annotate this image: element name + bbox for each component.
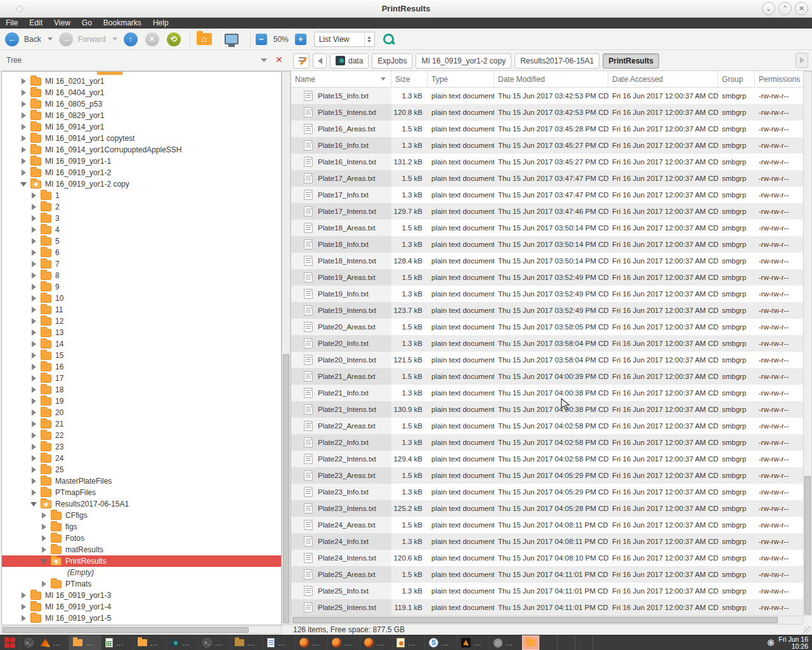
taskbar-window-button[interactable]: ... <box>231 635 263 650</box>
view-mode-select[interactable]: List View <box>314 32 375 47</box>
tree-item[interactable]: 1 <box>2 190 281 201</box>
home-button[interactable] <box>197 33 212 45</box>
breadcrumb-results2017-06-15a1[interactable]: Results2017-06-15A1 <box>514 53 599 69</box>
tree-item[interactable]: 22 <box>2 430 281 441</box>
tree-item[interactable]: 14 <box>2 338 281 350</box>
pinwheel-icon[interactable]: ❋ <box>767 637 775 649</box>
file-row[interactable]: Plate22_Areas.txt1.5 kBplain text docume… <box>291 418 803 434</box>
file-row[interactable]: Plate19_Info.txt1.3 kBplain text documen… <box>291 286 803 302</box>
expand-arrow-icon[interactable] <box>30 397 38 405</box>
expand-arrow-icon[interactable] <box>30 352 38 359</box>
app-menu-button[interactable] <box>0 635 20 650</box>
refresh-button[interactable]: ⟲ <box>167 32 181 46</box>
view-mode-spinner[interactable] <box>364 32 374 46</box>
tree-item[interactable]: 6 <box>2 247 281 258</box>
file-row[interactable]: Plate23_Intens.txt125.2 kBplain text doc… <box>291 500 803 517</box>
tree-item[interactable]: 7 <box>2 258 281 270</box>
expand-arrow-icon[interactable] <box>30 226 38 234</box>
tree-item[interactable]: 15 <box>2 350 281 361</box>
back-history-dropdown-icon[interactable] <box>48 37 53 41</box>
tree-item[interactable]: PrintResults <box>2 555 281 567</box>
file-row[interactable]: Plate16_Intens.txt131.2 kBplain text doc… <box>291 154 803 170</box>
tree-item[interactable]: CFfigs <box>2 510 281 521</box>
zoom-in-button[interactable]: + <box>295 34 306 45</box>
expand-arrow-icon[interactable] <box>30 340 38 348</box>
tree-item[interactable]: MI 16_0914_yor1 <box>2 121 281 133</box>
tree-item[interactable]: Results2017-06-15A1 <box>2 498 281 510</box>
tree-item[interactable]: 10 <box>2 293 281 304</box>
breadcrumb-expjobs[interactable]: ExpJobs <box>372 53 412 69</box>
expand-arrow-icon[interactable] <box>41 512 48 519</box>
tree-item[interactable]: 16 <box>2 361 281 373</box>
file-row[interactable]: Plate24_Intens.txt120.6 kBplain text doc… <box>291 550 803 566</box>
tree-horizontal-scrollbar[interactable] <box>1 626 282 634</box>
file-row[interactable]: Plate17_Intens.txt129.7 kBplain text doc… <box>291 203 803 220</box>
file-row[interactable]: Plate25_Areas.txt1.5 kBplain text docume… <box>291 566 803 583</box>
taskbar-window-button[interactable]: ... <box>296 635 328 650</box>
file-row[interactable]: Plate19_Intens.txt123.7 kBplain text doc… <box>291 302 803 319</box>
breadcrumb-data[interactable]: data <box>330 53 369 69</box>
tree-item[interactable]: MI 16_0914_yor1 copytest <box>2 133 281 144</box>
taskbar-window-button[interactable]: ... <box>328 635 360 650</box>
expand-arrow-icon[interactable] <box>30 295 38 302</box>
file-row[interactable]: Plate20_Areas.txt1.5 kBplain text docume… <box>291 319 803 335</box>
menu-view[interactable]: View <box>48 18 76 29</box>
expand-arrow-icon[interactable] <box>41 580 48 588</box>
tree-item[interactable]: 3 <box>2 213 281 224</box>
tree-item[interactable]: 8 <box>2 270 281 281</box>
maximize-button[interactable]: ⌃ <box>778 2 792 15</box>
forward-history-dropdown-icon[interactable] <box>112 37 117 41</box>
resize-grip[interactable] <box>803 627 811 634</box>
column-header-date-modified[interactable]: Date Modified <box>494 71 608 88</box>
file-row[interactable]: Plate20_Info.txt1.3 kBplain text documen… <box>291 335 803 352</box>
file-row[interactable]: Plate17_Info.txt1.3 kBplain text documen… <box>291 187 803 203</box>
expand-arrow-icon[interactable] <box>30 283 38 291</box>
taskbar-window-button[interactable]: ... <box>69 635 102 650</box>
tree-item[interactable]: (Empty) <box>2 567 281 578</box>
tree-item[interactable]: 4 <box>2 224 281 235</box>
sidebar-mode-dropdown-icon[interactable] <box>261 58 267 62</box>
taskbar-window-button[interactable]: >_... <box>199 635 231 650</box>
taskbar-window-button[interactable]: ... <box>457 635 490 650</box>
tree-item[interactable]: 23 <box>2 441 281 453</box>
list-hscroll-thumb[interactable] <box>292 617 778 623</box>
expand-arrow-icon[interactable] <box>30 443 38 451</box>
column-header-permissions[interactable]: Permissions <box>755 71 803 88</box>
tree-vscroll-thumb[interactable] <box>283 354 289 623</box>
expand-arrow-icon[interactable] <box>30 375 38 382</box>
expand-arrow-icon[interactable] <box>20 100 28 108</box>
search-button[interactable] <box>383 33 395 46</box>
tree-item[interactable]: 5 <box>2 235 281 247</box>
expand-arrow-icon[interactable] <box>30 249 38 256</box>
taskbar-window-button[interactable]: ... <box>134 635 166 650</box>
expand-arrow-icon[interactable] <box>30 317 38 325</box>
tree-item[interactable]: MI 16_0201_yor1 <box>2 76 281 87</box>
expand-arrow-icon[interactable] <box>30 420 38 428</box>
expand-arrow-icon[interactable] <box>20 603 28 611</box>
workspace-cell[interactable] <box>558 635 575 650</box>
menu-bookmarks[interactable]: Bookmarks <box>98 18 147 29</box>
expand-arrow-icon[interactable] <box>20 614 28 622</box>
tree-item[interactable]: 18 <box>2 384 281 395</box>
expand-arrow-icon[interactable] <box>41 534 48 542</box>
zoom-out-button[interactable]: − <box>256 34 267 45</box>
taskbar-window-button[interactable]: ... <box>37 635 69 650</box>
file-row[interactable]: Plate16_Info.txt1.3 kBplain text documen… <box>291 137 803 154</box>
taskbar-window-button[interactable]: ... <box>360 635 393 650</box>
workspace-cell[interactable] <box>522 635 540 650</box>
expand-arrow-icon[interactable] <box>30 454 38 462</box>
expand-arrow-icon[interactable] <box>30 466 38 474</box>
list-vertical-scrollbar[interactable] <box>803 71 812 616</box>
stop-button[interactable]: ✕ <box>145 32 159 46</box>
expand-arrow-icon[interactable] <box>30 409 38 416</box>
breadcrumb-mi-16-0919-yor1-2-copy[interactable]: MI 16_0919_yor1-2 copy <box>416 53 511 69</box>
file-row[interactable]: Plate15_Intens.txt120.8 kBplain text doc… <box>291 104 803 121</box>
tree-item[interactable]: MasterPlateFiles <box>2 475 281 487</box>
file-row[interactable]: Plate19_Areas.txt1.5 kBplain text docume… <box>291 269 803 286</box>
expand-arrow-icon[interactable] <box>20 112 28 119</box>
desktop-button[interactable] <box>225 34 239 44</box>
expand-arrow-icon[interactable] <box>30 363 38 371</box>
expand-arrow-icon[interactable] <box>41 546 48 554</box>
file-row[interactable]: Plate23_Info.txt1.3 kBplain text documen… <box>291 484 803 500</box>
workspace-cell[interactable] <box>540 635 558 650</box>
